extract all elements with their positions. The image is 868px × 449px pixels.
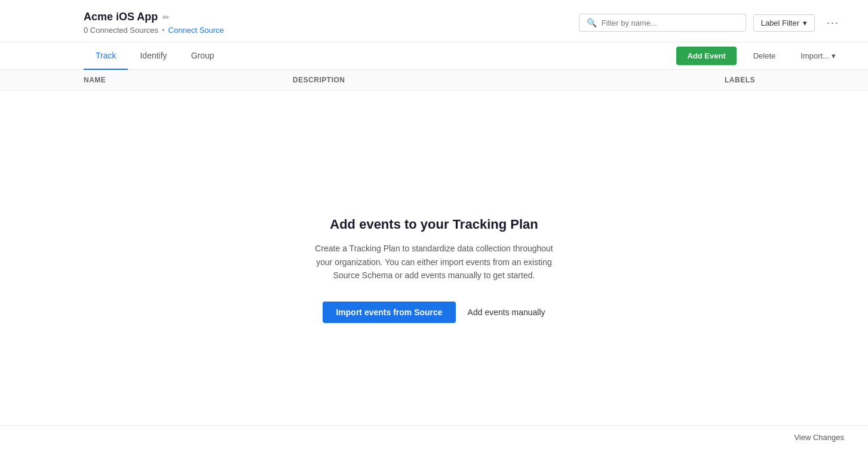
main-container: Acme iOS App ✏ 0 Connected Sources • Con… bbox=[0, 0, 868, 449]
more-options-button[interactable]: ··· bbox=[822, 13, 844, 33]
tab-group[interactable]: Group bbox=[179, 42, 226, 70]
col-labels-header: Labels bbox=[725, 76, 844, 84]
col-description-header: Description bbox=[293, 76, 725, 84]
search-icon: 🔍 bbox=[587, 18, 597, 27]
tabs: Track Identify Group bbox=[84, 42, 226, 69]
empty-state: Add events to your Tracking Plan Create … bbox=[0, 91, 868, 449]
add-events-manually-button[interactable]: Add events manually bbox=[468, 307, 545, 317]
tab-identify[interactable]: Identify bbox=[128, 42, 179, 70]
table-header: Name Description Labels bbox=[0, 70, 868, 91]
content-area: Add events to your Tracking Plan Create … bbox=[0, 91, 868, 449]
separator-dot: • bbox=[162, 26, 165, 35]
empty-state-title: Add events to your Tracking Plan bbox=[330, 217, 538, 232]
import-button[interactable]: Import... ▾ bbox=[792, 47, 844, 65]
app-title: Acme iOS App bbox=[84, 11, 158, 23]
top-bar-right: 🔍 Label Filter ▾ ··· bbox=[579, 13, 844, 33]
empty-state-actions: Import events from Source Add events man… bbox=[323, 302, 545, 323]
tab-track[interactable]: Track bbox=[84, 42, 128, 70]
view-changes-button[interactable]: View Changes bbox=[794, 433, 844, 442]
import-chevron-icon: ▾ bbox=[832, 51, 836, 60]
connected-sources-label: 0 Connected Sources bbox=[84, 26, 158, 35]
empty-state-description: Create a Tracking Plan to standardize da… bbox=[315, 242, 554, 282]
search-box: 🔍 bbox=[579, 14, 746, 32]
label-filter-button[interactable]: Label Filter ▾ bbox=[753, 14, 815, 32]
app-info: Acme iOS App ✏ 0 Connected Sources • Con… bbox=[84, 11, 224, 35]
connect-source-link[interactable]: Connect Source bbox=[168, 26, 224, 35]
add-event-button[interactable]: Add Event bbox=[676, 47, 736, 65]
app-title-row: Acme iOS App ✏ bbox=[84, 11, 224, 23]
search-input[interactable] bbox=[602, 19, 738, 27]
tab-actions: Add Event Delete Import... ▾ bbox=[676, 47, 844, 65]
more-options-icon: ··· bbox=[827, 17, 839, 29]
import-events-from-source-button[interactable]: Import events from Source bbox=[323, 302, 455, 323]
connected-sources: 0 Connected Sources • Connect Source bbox=[84, 26, 224, 35]
footer: View Changes bbox=[0, 425, 868, 449]
col-name-header: Name bbox=[84, 76, 293, 84]
top-bar: Acme iOS App ✏ 0 Connected Sources • Con… bbox=[0, 0, 868, 42]
tab-bar: Track Identify Group Add Event Delete Im… bbox=[0, 42, 868, 70]
delete-button[interactable]: Delete bbox=[744, 47, 786, 65]
edit-icon[interactable]: ✏ bbox=[162, 13, 170, 22]
label-filter-text: Label Filter bbox=[761, 19, 799, 27]
chevron-down-icon: ▾ bbox=[803, 19, 807, 27]
